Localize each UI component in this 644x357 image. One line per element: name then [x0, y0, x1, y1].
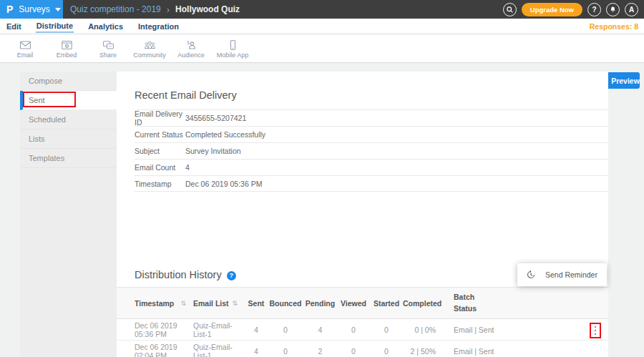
- mobile-app-icon: [227, 39, 239, 51]
- field-value: Completed Successfully: [185, 130, 265, 139]
- distribution-history-header: Distribution History ?: [135, 269, 236, 280]
- channel-label: Community: [133, 52, 166, 59]
- share-icon: [102, 39, 114, 51]
- col-bounced: Bounced: [268, 288, 303, 319]
- upgrade-now-button[interactable]: Upgrade Now: [522, 3, 582, 16]
- col-batch-status: Batch Status: [454, 292, 482, 313]
- account-avatar[interactable]: A: [625, 3, 638, 16]
- menu-item-send-reminder[interactable]: Send Reminder: [517, 263, 607, 286]
- channel-list: Email Embed Share Community $ Audience M…: [4, 34, 253, 63]
- tab-distribute[interactable]: Distribute: [36, 20, 74, 33]
- col-timestamp: Timestamp: [135, 299, 174, 308]
- questionpro-logo-icon: P: [6, 4, 13, 15]
- cell-email-list: Quiz-Email-List-1: [193, 341, 245, 357]
- table-row: Dec 06 2019 02:04 PM Quiz-Email-List-1 4…: [117, 341, 608, 357]
- field-row: Subject Survey Invitation: [135, 142, 608, 159]
- channel-label: Embed: [57, 52, 77, 59]
- channel-community[interactable]: Community: [129, 34, 170, 63]
- field-value: Dec 06 2019 05:36 PM: [185, 180, 262, 188]
- channel-audience[interactable]: $ Audience: [170, 34, 212, 63]
- search-button[interactable]: [503, 3, 517, 16]
- table-row: Dec 06 2019 05:36 PM Quiz-Email-List-1 4…: [117, 319, 608, 341]
- col-completed: Completed: [403, 288, 443, 319]
- community-icon: [144, 39, 156, 51]
- cell-sent: 4: [245, 341, 268, 357]
- cell-batch-status: Email | Sent: [443, 341, 500, 357]
- cell-completed: 2 | 50%: [403, 341, 443, 357]
- content-panel: Recent Email Delivery Email Delivery ID …: [117, 72, 608, 357]
- preview-label: Preview: [611, 77, 640, 85]
- sidebar-item-scheduled[interactable]: Scheduled: [20, 110, 117, 129]
- svg-text:$: $: [187, 39, 190, 45]
- sidebar-item-lists[interactable]: Lists: [20, 129, 117, 149]
- field-label: Subject: [135, 147, 185, 155]
- recent-delivery-title: Recent Email Delivery: [135, 89, 237, 101]
- recent-delivery-fields: Email Delivery ID 3455655-5207421 Curren…: [135, 109, 608, 192]
- help-button[interactable]: ?: [587, 3, 601, 16]
- cell-started: 0: [370, 319, 403, 341]
- field-row: Timestamp Dec 06 2019 05:36 PM: [135, 175, 608, 192]
- channel-embed[interactable]: Embed: [46, 34, 87, 63]
- sort-timestamp-icon[interactable]: ⇅: [180, 300, 186, 307]
- sort-email-list-icon[interactable]: ⇅: [232, 300, 238, 307]
- breadcrumb-current: Hollywood Quiz: [175, 4, 240, 14]
- channel-label: Email: [17, 52, 34, 59]
- cell-bounced: 0: [268, 319, 303, 341]
- table-header-row: Timestamp⇅ Email List⇅ Sent Bounced Pend…: [117, 288, 608, 319]
- cell-batch-status: Email | Sent: [443, 319, 500, 341]
- top-bar: P Surveys Quiz competition - 2019 › Holl…: [0, 0, 644, 19]
- bell-icon: [609, 6, 617, 14]
- field-value: Survey Invitation: [185, 147, 241, 155]
- col-sent: Sent: [245, 288, 268, 319]
- channel-mobile-app[interactable]: Mobile App: [212, 34, 253, 63]
- distribution-history-table: Timestamp⇅ Email List⇅ Sent Bounced Pend…: [117, 287, 608, 357]
- field-label: Timestamp: [135, 180, 185, 188]
- surveys-menu[interactable]: P Surveys: [0, 0, 63, 19]
- tab-integration[interactable]: Integration: [137, 21, 180, 32]
- col-actions: [500, 288, 608, 319]
- cell-bounced: 0: [268, 341, 303, 357]
- channel-email[interactable]: Email: [4, 34, 46, 63]
- notifications-button[interactable]: [606, 3, 620, 16]
- col-viewed: Viewed: [337, 288, 370, 319]
- send-reminder-icon: [526, 270, 536, 280]
- breadcrumb: Quiz competition - 2019 › Hollywood Quiz: [70, 0, 240, 19]
- audience-icon: $: [185, 39, 197, 51]
- row-context-menu: Send Reminder: [517, 263, 607, 286]
- responses-count[interactable]: Responses: 8: [590, 19, 638, 34]
- cell-pending: 4: [303, 319, 337, 341]
- tab-edit[interactable]: Edit: [6, 21, 22, 32]
- cell-pending: 2: [303, 341, 337, 357]
- sidebar-item-sent[interactable]: Sent: [20, 91, 117, 110]
- cell-timestamp: Dec 06 2019 05:36 PM: [117, 319, 193, 341]
- tab-analytics[interactable]: Analytics: [87, 21, 124, 32]
- chevron-down-icon: [55, 8, 61, 11]
- menu-item-label: Send Reminder: [545, 270, 597, 279]
- sidebar-item-templates[interactable]: Templates: [20, 149, 117, 168]
- cell-timestamp: Dec 06 2019 02:04 PM: [117, 341, 193, 357]
- search-icon: [506, 6, 514, 14]
- field-label: Email Count: [135, 163, 185, 172]
- cell-started: 0: [370, 341, 403, 357]
- cell-email-list: Quiz-Email-List-1: [193, 319, 245, 341]
- field-row: Email Count 4: [135, 159, 608, 175]
- distribution-history-title: Distribution History: [135, 269, 222, 280]
- cell-sent: 4: [245, 319, 268, 341]
- field-row: Current Status Completed Successfully: [135, 126, 608, 142]
- topbar-actions: Upgrade Now ? A: [503, 0, 638, 19]
- email-sidebar: Compose Sent Scheduled Lists Templates: [20, 72, 117, 357]
- row-actions-kebab-icon[interactable]: [590, 323, 602, 339]
- field-label: Current Status: [135, 130, 185, 139]
- channel-label: Share: [99, 52, 117, 59]
- field-value: 3455655-5207421: [185, 114, 246, 122]
- help-icon[interactable]: ?: [227, 271, 236, 280]
- email-icon: [19, 39, 31, 51]
- col-email-list: Email List: [193, 299, 229, 308]
- sidebar-item-compose[interactable]: Compose: [20, 72, 117, 91]
- breadcrumb-separator: ›: [167, 4, 170, 15]
- breadcrumb-parent-link[interactable]: Quiz competition - 2019: [70, 4, 161, 14]
- distribute-toolbar: Email Embed Share Community $ Audience M…: [0, 34, 644, 63]
- channel-share[interactable]: Share: [87, 34, 129, 63]
- col-started: Started: [370, 288, 403, 319]
- survey-nav: Edit Distribute Analytics Integration Re…: [0, 19, 644, 34]
